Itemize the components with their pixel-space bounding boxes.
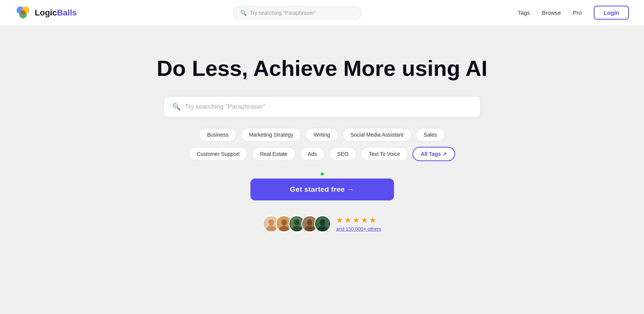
tag-pill[interactable]: Social Media Assistant — [343, 128, 411, 142]
tag-pill[interactable]: Customer Support — [189, 147, 248, 161]
main-content: Do Less, Achieve More using AI 🔍 Try sea… — [0, 26, 644, 314]
header-search-placeholder: Try searching "Paraphraser" — [250, 10, 316, 16]
logo-balls-text: Balls — [57, 8, 77, 17]
tag-pill[interactable]: Ads — [300, 147, 325, 161]
star-2: ★ — [344, 215, 351, 225]
avatars-group — [263, 215, 331, 232]
login-button[interactable]: Login — [594, 6, 629, 20]
logo-logic-text: Logic — [35, 8, 57, 17]
header-nav: Tags Browse Pro Login — [518, 6, 629, 20]
stars-row: ★ ★ ★ ★ ★ — [336, 215, 376, 225]
header-search-box[interactable]: 🔍 Try searching "Paraphraser" — [233, 6, 361, 19]
tag-pill[interactable]: Sales — [416, 128, 445, 142]
hero-title: Do Less, Achieve More using AI — [157, 56, 488, 81]
nav-browse[interactable]: Browse — [542, 9, 561, 16]
star-1: ★ — [336, 215, 343, 225]
svg-point-3 — [21, 10, 25, 15]
header-search-icon: 🔍 — [240, 10, 247, 16]
logo[interactable]: LogicBalls — [15, 5, 77, 21]
star-5: ★ — [369, 215, 376, 225]
tag-pill[interactable]: SEO — [329, 147, 357, 161]
svg-point-11 — [294, 219, 300, 225]
nav-pro[interactable]: Pro — [573, 9, 582, 16]
main-search-placeholder: Try searching "Paraphraser" — [185, 103, 266, 111]
social-proof: ★ ★ ★ ★ ★ and 150,000+ others — [263, 215, 381, 232]
tag-pill[interactable]: Business — [199, 128, 236, 142]
tag-pill[interactable]: Text To Voice — [361, 147, 408, 161]
avatar-5 — [314, 215, 331, 232]
tags-row-1: BusinessMarketing StrategyWritingSocial … — [199, 128, 445, 142]
tags-row-2: Customer SupportReal EstateAdsSEOText To… — [189, 147, 455, 161]
svg-point-14 — [307, 219, 312, 225]
tags-container: BusinessMarketing StrategyWritingSocial … — [189, 128, 455, 161]
green-dot-indicator — [321, 172, 324, 175]
rating-area: ★ ★ ★ ★ ★ and 150,000+ others — [336, 215, 381, 232]
svg-point-8 — [281, 219, 287, 225]
rating-text[interactable]: and 150,000+ others — [336, 226, 381, 232]
main-search-box[interactable]: 🔍 Try searching "Paraphraser" — [164, 96, 481, 117]
logo-icon — [15, 5, 31, 21]
tag-pill[interactable]: Real Estate — [252, 147, 295, 161]
tag-pill[interactable]: Writing — [306, 128, 338, 142]
svg-point-17 — [320, 219, 325, 225]
main-search-icon: 🔍 — [172, 103, 181, 111]
cta-button[interactable]: Get started free → — [250, 179, 394, 200]
tag-pill[interactable]: Marketing Strategy — [241, 128, 301, 142]
tag-pill[interactable]: All Tags ↗ — [412, 147, 455, 161]
svg-point-5 — [268, 219, 274, 225]
star-4: ★ — [361, 215, 368, 225]
header: LogicBalls 🔍 Try searching "Paraphraser"… — [0, 0, 644, 26]
nav-tags[interactable]: Tags — [518, 9, 530, 16]
star-3: ★ — [353, 215, 360, 225]
